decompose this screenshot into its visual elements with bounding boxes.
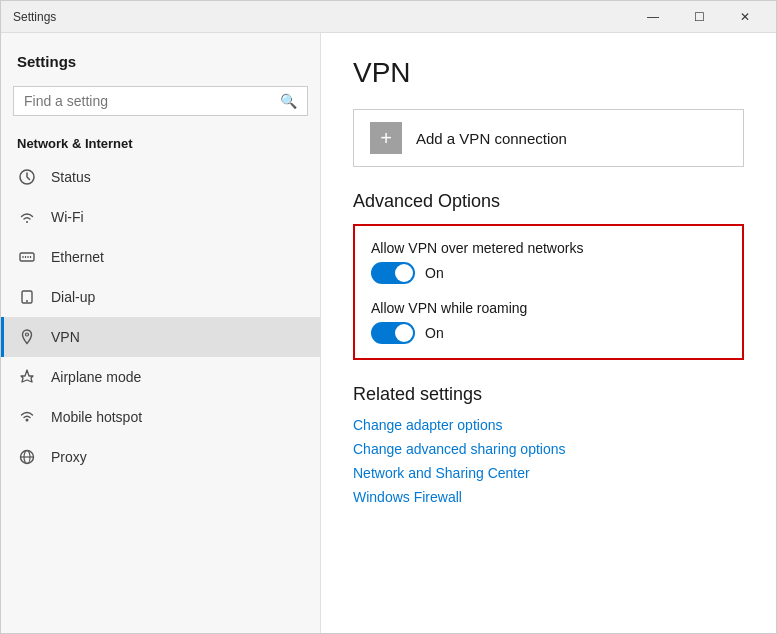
ethernet-icon: [17, 247, 37, 267]
svg-point-9: [26, 419, 29, 422]
toggle-roaming-switch[interactable]: [371, 322, 415, 344]
toggle-metered-control: On: [371, 262, 726, 284]
sidebar: Settings 🔍 Network & Internet Status Wi-…: [1, 33, 321, 633]
sidebar-item-label-status: Status: [51, 169, 91, 185]
related-settings-title: Related settings: [353, 384, 744, 405]
sidebar-item-label-vpn: VPN: [51, 329, 80, 345]
toggle-metered-label: Allow VPN over metered networks: [371, 240, 726, 256]
wifi-icon: [17, 207, 37, 227]
toggle-roaming-value: On: [425, 325, 444, 341]
svg-rect-1: [20, 253, 34, 261]
related-link-3[interactable]: Windows Firewall: [353, 489, 744, 505]
sidebar-item-status[interactable]: Status: [1, 157, 320, 197]
minimize-button[interactable]: —: [630, 1, 676, 33]
advanced-options-title: Advanced Options: [353, 191, 744, 212]
related-link-0[interactable]: Change adapter options: [353, 417, 744, 433]
sidebar-item-label-hotspot: Mobile hotspot: [51, 409, 142, 425]
advanced-options-box: Allow VPN over metered networks On Allow…: [353, 224, 744, 360]
window-title: Settings: [13, 10, 56, 24]
related-link-2[interactable]: Network and Sharing Center: [353, 465, 744, 481]
vpn-icon: [17, 327, 37, 347]
toggle-roaming-control: On: [371, 322, 726, 344]
search-box[interactable]: 🔍: [13, 86, 308, 116]
sidebar-item-label-proxy: Proxy: [51, 449, 87, 465]
title-bar: Settings — ☐ ✕: [1, 1, 776, 33]
content-area: Settings 🔍 Network & Internet Status Wi-…: [1, 33, 776, 633]
page-title: VPN: [353, 57, 744, 89]
sidebar-item-hotspot[interactable]: Mobile hotspot: [1, 397, 320, 437]
sidebar-header: Settings: [1, 33, 320, 78]
related-link-1[interactable]: Change advanced sharing options: [353, 441, 744, 457]
sidebar-item-airplane[interactable]: Airplane mode: [1, 357, 320, 397]
add-vpn-button[interactable]: + Add a VPN connection: [353, 109, 744, 167]
sidebar-item-label-dialup: Dial-up: [51, 289, 95, 305]
search-input[interactable]: [24, 93, 272, 109]
settings-window: Settings — ☐ ✕ Settings 🔍 Network & Inte…: [0, 0, 777, 634]
add-vpn-label: Add a VPN connection: [416, 130, 567, 147]
sidebar-item-vpn[interactable]: VPN: [1, 317, 320, 357]
hotspot-icon: [17, 407, 37, 427]
window-controls: — ☐ ✕: [630, 1, 768, 33]
airplane-icon: [17, 367, 37, 387]
sidebar-items-container: Status Wi-Fi Ethernet Dial-up VPN Airpla…: [1, 157, 320, 477]
sidebar-section-title: Network & Internet: [1, 128, 320, 157]
dialup-icon: [17, 287, 37, 307]
svg-point-7: [26, 300, 28, 302]
toggle-roaming-label: Allow VPN while roaming: [371, 300, 726, 316]
toggle-row-roaming: Allow VPN while roaming On: [371, 300, 726, 344]
svg-point-8: [26, 333, 29, 336]
toggle-metered-value: On: [425, 265, 444, 281]
toggle-metered-switch[interactable]: [371, 262, 415, 284]
main-panel: VPN + Add a VPN connection Advanced Opti…: [321, 33, 776, 633]
close-button[interactable]: ✕: [722, 1, 768, 33]
sidebar-item-label-ethernet: Ethernet: [51, 249, 104, 265]
search-icon: 🔍: [280, 93, 297, 109]
sidebar-item-label-airplane: Airplane mode: [51, 369, 141, 385]
status-icon: [17, 167, 37, 187]
maximize-button[interactable]: ☐: [676, 1, 722, 33]
sidebar-item-wifi[interactable]: Wi-Fi: [1, 197, 320, 237]
proxy-icon: [17, 447, 37, 467]
sidebar-item-dialup[interactable]: Dial-up: [1, 277, 320, 317]
sidebar-item-ethernet[interactable]: Ethernet: [1, 237, 320, 277]
toggle-row-metered: Allow VPN over metered networks On: [371, 240, 726, 284]
sidebar-item-label-wifi: Wi-Fi: [51, 209, 84, 225]
sidebar-item-proxy[interactable]: Proxy: [1, 437, 320, 477]
related-links-container: Change adapter optionsChange advanced sh…: [353, 417, 744, 505]
add-vpn-icon: +: [370, 122, 402, 154]
